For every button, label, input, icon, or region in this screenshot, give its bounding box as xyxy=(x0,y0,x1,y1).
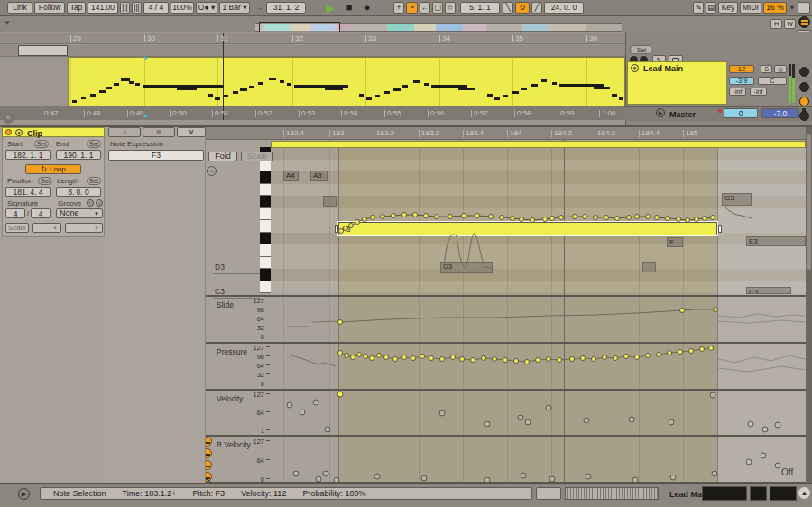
arm-button[interactable]: ◎ xyxy=(774,65,787,73)
loop-toggle-button[interactable]: ↻Loop xyxy=(25,164,81,174)
hamburger-menu-icon[interactable] xyxy=(798,16,810,28)
rail-button[interactable] xyxy=(799,82,809,92)
expression-lane-toggle[interactable] xyxy=(206,437,212,447)
piano-white-key[interactable] xyxy=(260,220,271,233)
midi-editor[interactable]: D3C3A4A3D3EG3E3C3F3Slide1279664320Pressu… xyxy=(206,127,806,483)
track-fold-icon[interactable]: ▼ xyxy=(631,64,639,72)
overview-viewport[interactable] xyxy=(259,22,340,32)
quantization-field[interactable]: 100% xyxy=(171,2,194,14)
expression-lane-toggle[interactable] xyxy=(206,448,212,458)
clip-length-field[interactable]: 8. 0. 0 xyxy=(56,187,101,197)
send-b-field[interactable]: -inf xyxy=(750,88,767,96)
master-track-name[interactable]: Master xyxy=(669,110,696,119)
draw-pencil-button[interactable]: ✎ xyxy=(693,2,704,14)
scale-highlight-button[interactable]: Scale xyxy=(241,152,273,161)
position-set-button[interactable]: Set xyxy=(38,177,52,185)
expression-lane-toggle[interactable] xyxy=(206,460,212,470)
ghost-note-wave-chip[interactable] xyxy=(642,262,656,272)
play-button[interactable]: ▶ xyxy=(323,2,337,14)
rail-button[interactable] xyxy=(799,111,809,121)
piano-white-key[interactable] xyxy=(260,257,271,270)
track-volume-field[interactable]: -3.9 xyxy=(729,77,754,85)
scale-name-select[interactable]: ▼ xyxy=(65,223,103,233)
mini-clip[interactable] xyxy=(18,45,68,56)
piano-black-key[interactable] xyxy=(260,171,271,184)
midi-indicator-box[interactable] xyxy=(798,2,810,14)
device-mini-2[interactable] xyxy=(750,486,767,501)
ghost-note-chip[interactable]: G3 xyxy=(722,193,752,206)
editor-loop-bar[interactable] xyxy=(271,141,806,148)
preview-headphone-icon[interactable]: ∩ xyxy=(207,166,217,176)
send-a-field[interactable]: -inf xyxy=(729,88,746,96)
follow-playback-button[interactable]: ○ xyxy=(445,2,456,14)
ghost-note-chip[interactable]: E3 xyxy=(746,236,806,246)
midi-map-button[interactable]: MIDI xyxy=(740,2,761,14)
midi-gain-field[interactable]: 12 xyxy=(729,65,754,73)
ghost-note-chip[interactable]: A3 xyxy=(310,171,328,181)
piano-black-key[interactable] xyxy=(260,233,271,245)
key-map-button[interactable]: Key xyxy=(718,2,738,14)
nudge-down-button[interactable]: ||| xyxy=(120,2,130,14)
track-pan-field[interactable]: C xyxy=(758,77,787,85)
show-hide-w-button[interactable]: W xyxy=(784,19,796,29)
master-pan-field[interactable]: 0 xyxy=(724,108,758,118)
new-button[interactable]: + xyxy=(393,2,404,14)
master-play-icon[interactable]: ▶ xyxy=(656,108,665,117)
signature-denominator-field[interactable]: 4 xyxy=(31,208,51,218)
clip-activator-led[interactable] xyxy=(5,129,12,135)
tempo-field[interactable]: 141.00 xyxy=(88,2,118,14)
piano-white-key[interactable] xyxy=(260,244,271,257)
nudge-up-button[interactable]: ||| xyxy=(132,2,142,14)
tab-notes[interactable]: ♪ xyxy=(108,127,141,137)
ghost-note-chip[interactable]: D3 xyxy=(440,262,493,273)
selected-midi-note[interactable]: F3 xyxy=(338,222,717,235)
piano-white-key[interactable] xyxy=(260,281,271,294)
rail-button-active[interactable] xyxy=(799,97,809,106)
show-hide-h-button[interactable]: H xyxy=(770,19,782,29)
midi-overdub-button[interactable]: ~ xyxy=(406,2,418,14)
cpu-meter[interactable]: 16 % xyxy=(763,2,787,14)
clip-collapse-icon[interactable]: ▼ xyxy=(15,129,23,136)
lead-main-track-name[interactable]: Lead Main xyxy=(643,64,683,73)
arrangement-position-icon[interactable]: → xyxy=(254,2,264,14)
arrangement-position-field[interactable]: 31. 1. 2 xyxy=(266,2,306,14)
ghost-note-chip[interactable]: C3 xyxy=(746,287,791,294)
link-button[interactable]: Link xyxy=(7,2,32,14)
piano-white-key[interactable] xyxy=(260,208,271,221)
tab-expression[interactable]: ∨ xyxy=(177,127,206,137)
follow-button[interactable]: Follow xyxy=(34,2,65,14)
set-button[interactable]: Set xyxy=(630,45,653,54)
loop-button[interactable]: ↻ xyxy=(515,2,530,14)
clip-start-field[interactable]: 182. 1. 1 xyxy=(5,150,51,160)
groove-select[interactable]: None▼ xyxy=(56,208,103,218)
scale-mode-button[interactable]: Scale xyxy=(5,223,29,233)
fold-button[interactable]: Fold xyxy=(208,152,237,161)
note-handle-right[interactable] xyxy=(718,225,722,233)
arrangement-zoom-back-icon[interactable]: ≈ xyxy=(3,113,14,124)
quantize-menu[interactable]: O● ▾ xyxy=(196,2,217,14)
rail-button[interactable] xyxy=(799,67,809,77)
note-handle-left[interactable] xyxy=(335,225,338,233)
back-to-arrangement-button[interactable]: ← xyxy=(420,2,430,14)
scrollbar-thumb[interactable] xyxy=(807,134,811,270)
groove-commit-icon[interactable]: ↻ xyxy=(87,199,94,207)
tab-envelopes[interactable]: ≈ xyxy=(143,127,175,137)
note-expression-field[interactable]: F3 xyxy=(108,150,204,161)
ghost-note-wave-chip[interactable] xyxy=(323,196,337,207)
solo-button[interactable]: S xyxy=(761,65,772,73)
device-mini-3[interactable] xyxy=(770,486,797,501)
status-play-icon[interactable]: ▶ xyxy=(18,488,30,500)
editor-scrollbar[interactable] xyxy=(806,127,812,483)
piano-black-key[interactable] xyxy=(260,269,271,281)
end-set-button[interactable]: Set xyxy=(87,140,101,148)
bar-ruler[interactable] xyxy=(0,33,625,44)
clip-position-field[interactable]: 181. 4. 4 xyxy=(5,187,51,197)
piano-black-key[interactable] xyxy=(260,196,271,208)
punch-position-field[interactable]: 5. 1. 1 xyxy=(460,2,500,14)
computer-midi-keyboard-button[interactable]: ▤ xyxy=(706,2,716,14)
record-button[interactable]: ● xyxy=(361,2,374,14)
clip-end-field[interactable]: 190. 1. 1 xyxy=(56,150,101,160)
punch-out-button[interactable]: ╱ xyxy=(531,2,542,14)
show-devices-arrow-icon[interactable]: ▲ xyxy=(798,487,810,499)
device-mini-1[interactable] xyxy=(702,486,747,501)
